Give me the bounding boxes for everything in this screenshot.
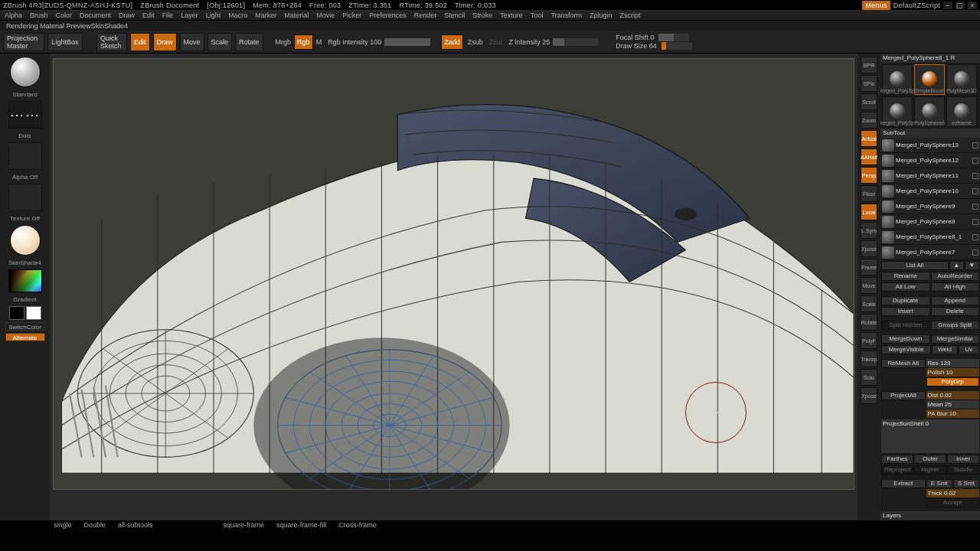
all-low-button[interactable]: All Low (881, 282, 930, 292)
insert-button[interactable]: Insert (881, 307, 930, 316)
subdiv-button[interactable]: Subdiv (947, 465, 979, 474)
projection-master-button[interactable]: Projection Master (3, 33, 44, 51)
arrow-up-icon[interactable]: ▲ (949, 261, 964, 270)
tool-cell[interactable]: ezframe (946, 96, 977, 127)
mean-value[interactable]: Mean 25 (926, 400, 979, 409)
shelf-spix-button[interactable]: SPix (861, 75, 877, 92)
menu-zplugin[interactable]: Zplugin (590, 11, 612, 19)
polish-value[interactable]: Polish 10 (926, 368, 979, 377)
shelf-rotate-button[interactable]: Rotate (861, 314, 877, 331)
color-picker[interactable] (8, 269, 42, 292)
polygrp-button[interactable]: PolyGrp (926, 377, 979, 386)
menu-material[interactable]: Material (284, 11, 309, 19)
uv-button[interactable]: Uv (959, 345, 979, 354)
stroke-preview[interactable]: ⋯⋯ (8, 101, 42, 129)
append-button[interactable]: Append (931, 296, 980, 305)
menu-alpha[interactable]: Alpha (5, 11, 22, 19)
menu-file[interactable]: File (162, 11, 174, 19)
farthest-button[interactable]: Farthes (881, 455, 913, 464)
shelf-scroll-button[interactable]: Scroll (861, 93, 877, 110)
default-zscript[interactable]: DefaultZScript (893, 2, 940, 9)
m-button[interactable]: M (316, 38, 322, 46)
rgb-intensity-slider[interactable] (384, 38, 430, 46)
draw-size-slider[interactable] (662, 42, 692, 50)
menu-layer[interactable]: Layer (181, 11, 198, 19)
subtool-item[interactable]: Merged_PolySphere7 (880, 245, 980, 260)
menu-color[interactable]: Color (56, 11, 73, 19)
brush-preview[interactable] (10, 57, 41, 87)
thick-value[interactable]: Thick 0.02 (926, 489, 979, 497)
menu-stroke[interactable]: Stroke (472, 11, 492, 19)
mrgb-label[interactable]: Mrgb (276, 38, 292, 46)
subtool-item[interactable]: Merged_PolySphere12 (880, 153, 980, 168)
menu-macro[interactable]: Macro (228, 11, 247, 19)
menu-zscript[interactable]: Zscript (620, 11, 641, 19)
subtool-item[interactable]: Merged_PolySphere10 (880, 184, 980, 199)
zsub-button[interactable]: Zsub (468, 38, 483, 46)
shelf-zoom-button[interactable]: Zoom (861, 112, 877, 129)
focal-shift-slider[interactable] (658, 34, 689, 41)
move-mode-button[interactable]: Move (180, 33, 204, 51)
zadd-button[interactable]: Zadd (441, 34, 463, 50)
menu-light[interactable]: Light (206, 11, 221, 19)
subtool-header[interactable]: SubTool (880, 129, 980, 138)
higher-button[interactable]: Higher (914, 465, 946, 474)
menu-document[interactable]: Document (80, 11, 111, 19)
minimize-icon[interactable]: – (943, 2, 952, 9)
single-button[interactable]: single (54, 521, 72, 529)
viewport-canvas[interactable]: ↻ (53, 58, 854, 490)
all-subtools-button[interactable]: all-subtools (118, 521, 153, 529)
alternate-button[interactable]: Alternate (5, 333, 45, 341)
merge-down-button[interactable]: MergeDown (881, 334, 930, 344)
scale-mode-button[interactable]: Scale (207, 33, 233, 51)
subtool-item[interactable]: Merged_PolySphere11 (880, 168, 980, 184)
shelf-xpose-button[interactable]: Xpose (861, 387, 877, 404)
extract-button[interactable]: Extract (881, 479, 926, 488)
accept-button[interactable]: Accept (926, 498, 979, 507)
projection-shell-value[interactable]: ProjectionShell 0 (881, 419, 979, 453)
rename-button[interactable]: Rename (881, 272, 930, 281)
subtool-list[interactable]: Merged_PolySphere13Merged_PolySphere12Me… (880, 138, 980, 260)
subtool-item[interactable]: Merged_PolySphere13 (880, 138, 980, 153)
menu-transform[interactable]: Transform (550, 11, 582, 19)
texture-preview[interactable] (8, 184, 42, 211)
ssmt-button[interactable]: S Smt (953, 479, 979, 488)
esmt-button[interactable]: E Smt (926, 479, 952, 488)
arrow-down-icon[interactable]: ▼ (965, 261, 979, 270)
square-frame-fill-button[interactable]: square-frame-fill (276, 521, 326, 529)
shelf-floor-button[interactable]: Floor (861, 185, 877, 202)
res-value[interactable]: Res 128 (926, 359, 979, 367)
list-all-button[interactable]: List All (881, 261, 949, 270)
quick-sketch-button[interactable]: Quick Sketch (96, 33, 127, 51)
material-preview[interactable] (10, 225, 41, 256)
shelf-transp-button[interactable]: Transp (861, 350, 877, 367)
menu-texture[interactable]: Texture (500, 11, 523, 19)
rotate-mode-button[interactable]: Rotate (235, 33, 263, 51)
pablur-value[interactable]: PA Blur 10 (926, 409, 979, 418)
close-icon[interactable]: × (968, 2, 977, 9)
gradient-label[interactable]: Gradient (8, 295, 42, 304)
layers-header[interactable]: Layers (880, 511, 980, 520)
tool-cell[interactable]: Merged_PolySph (882, 64, 913, 95)
double-button[interactable]: Double (84, 521, 106, 529)
shelf-frame-button[interactable]: Frame (861, 259, 877, 276)
rgb-button[interactable]: Rgb (294, 34, 313, 50)
merge-visible-button[interactable]: MergeVisible (881, 345, 931, 354)
subtool-item[interactable]: Merged_PolySphere9 (880, 199, 980, 214)
z-intensity-slider[interactable] (553, 38, 599, 46)
menu-tool[interactable]: Tool (531, 11, 544, 19)
menu-marker[interactable]: Marker (255, 11, 276, 19)
menu-picker[interactable]: Picker (342, 11, 361, 19)
weld-button[interactable]: Weld (932, 345, 958, 354)
duplicate-button[interactable]: Duplicate (881, 296, 930, 305)
menu-edit[interactable]: Edit (142, 11, 155, 19)
menu-brush[interactable]: Brush (30, 11, 48, 19)
shelf-persp-button[interactable]: Persp (861, 167, 877, 184)
autoreorder-button[interactable]: AutoReorder (931, 272, 980, 281)
tool-cell[interactable]: PolyMesh3D (946, 64, 977, 95)
shelf-bpr-button[interactable]: BPR (861, 57, 877, 73)
menu-preferences[interactable]: Preferences (369, 11, 407, 19)
tool-cell[interactable]: PolySphere6 (914, 96, 945, 127)
split-hidden-button[interactable]: Split Hidden (881, 321, 930, 330)
subtool-item[interactable]: Merged_PolySphere8_1 (880, 230, 980, 245)
